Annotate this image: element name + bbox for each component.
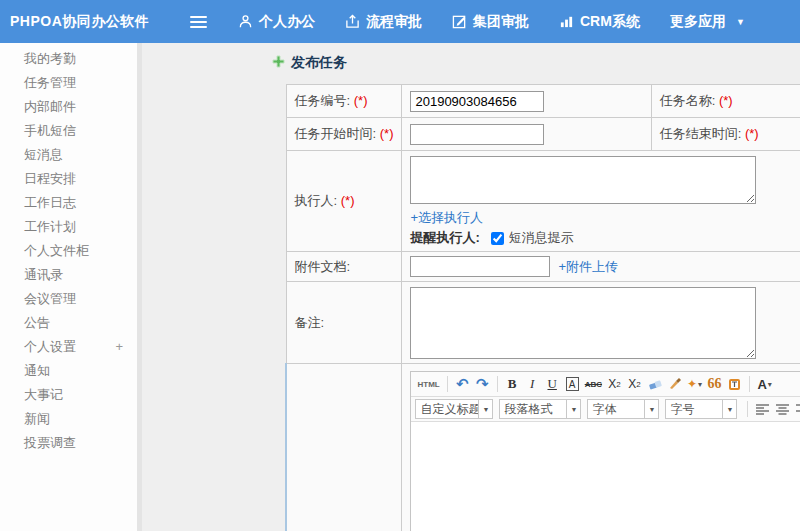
table-row: 任务编号: (*) 任务名称: (*)	[286, 85, 800, 118]
sidebar-item-short-message[interactable]: 短消息	[0, 143, 137, 167]
remark-textarea[interactable]	[410, 287, 756, 359]
redo-icon[interactable]: ↷	[473, 374, 492, 394]
sidebar-item-meeting-management[interactable]: 会议管理	[0, 287, 137, 311]
strikethrough-button[interactable]: ABC	[583, 374, 604, 394]
task-name-label: 任务名称: (*)	[651, 85, 800, 118]
editor-toolbar-row2: 自定义标题▼ 段落格式▼ 字体▼ 字号▼	[411, 397, 800, 422]
expand-icon[interactable]: +	[115, 335, 123, 359]
custom-heading-select[interactable]: 自定义标题▼	[415, 399, 493, 419]
eraser-icon[interactable]	[645, 374, 664, 394]
brush-icon[interactable]	[665, 374, 684, 394]
sidebar-item-task-management[interactable]: 任务管理	[0, 71, 137, 95]
nav-crm-system[interactable]: CRM系统	[559, 13, 640, 31]
italic-button[interactable]: I	[523, 374, 542, 394]
sms-remind-label: 短消息提示	[509, 229, 574, 247]
chevron-down-icon: ▼	[723, 399, 737, 419]
choose-executor-link[interactable]: +选择执行人	[410, 209, 483, 227]
executor-label: 执行人: (*)	[286, 151, 402, 252]
rich-text-editor: HTML ↶ ↷ B I U A ABC X2 X2	[410, 371, 800, 531]
main-content: 发布任务 任务编号: (*) 任务名称: (*) 任务开始时间: (*)	[142, 43, 800, 531]
remark-label: 备注:	[286, 282, 402, 364]
page-title: 发布任务	[272, 54, 347, 72]
end-time-label: 任务结束时间: (*)	[651, 118, 800, 151]
process-approval-icon	[345, 14, 360, 29]
description-label: 任务描述: (*)	[286, 364, 402, 531]
magic-wand-icon[interactable]: ✦▾	[685, 374, 704, 394]
sidebar-item-schedule[interactable]: 日程安排	[0, 167, 137, 191]
remark-cell	[402, 282, 800, 364]
sidebar: 个人桌面 个人办公 − 我的考勤 任务管理 内部邮件 手机短信 短消息 日程安排…	[0, 43, 137, 531]
undo-icon[interactable]: ↶	[453, 374, 472, 394]
top-navbar: PHPOA协同办公软件 个人办公 流程审批 集团审批 CRM系统	[0, 0, 800, 43]
user-icon	[238, 14, 253, 29]
font-family-select[interactable]: 字体▼	[587, 399, 659, 419]
bold-button[interactable]: B	[503, 374, 522, 394]
paragraph-format-select[interactable]: 段落格式▼	[499, 399, 581, 419]
sidebar-item-announcement[interactable]: 公告	[0, 311, 137, 335]
add-plus-icon	[272, 55, 285, 71]
table-row: 执行人: (*) +选择执行人 提醒执行人: 短消息提示	[286, 151, 800, 252]
app-logo: PHPOA协同办公软件	[10, 0, 149, 43]
executor-textarea[interactable]	[410, 156, 756, 204]
border-text-button[interactable]: A	[563, 374, 582, 394]
sidebar-item-mobile-sms[interactable]: 手机短信	[0, 119, 137, 143]
nav-group-approval[interactable]: 集团审批	[452, 13, 529, 31]
sidebar-item-my-attendance[interactable]: 我的考勤	[0, 47, 137, 71]
publish-task-form: 任务编号: (*) 任务名称: (*) 任务开始时间: (*) 任务结束时间: …	[285, 84, 800, 531]
task-no-input[interactable]	[410, 91, 544, 112]
superscript-button[interactable]: X2	[605, 374, 624, 394]
bar-chart-icon	[559, 14, 574, 29]
editor-toolbar-row1: HTML ↶ ↷ B I U A ABC X2 X2	[411, 372, 800, 397]
sidebar-item-major-events[interactable]: 大事记	[0, 383, 137, 407]
nav-personal-office[interactable]: 个人办公	[238, 13, 315, 31]
font-size-select[interactable]: 字号▼	[665, 399, 737, 419]
sidebar-item-contacts[interactable]: 通讯录	[0, 263, 137, 287]
underline-button[interactable]: U	[543, 374, 562, 394]
attachment-input[interactable]	[410, 256, 550, 277]
chevron-down-icon: ▼	[645, 399, 659, 419]
start-time-label: 任务开始时间: (*)	[286, 118, 402, 151]
start-time-cell	[402, 118, 651, 151]
caret-down-icon: ▼	[736, 17, 745, 27]
attachment-upload-link[interactable]: +附件上传	[558, 258, 618, 276]
chevron-down-icon: ▼	[479, 399, 493, 419]
main-nav: 个人办公 流程审批 集团审批 CRM系统 更多应用 ▼	[238, 0, 745, 43]
align-center-icon[interactable]	[773, 399, 792, 419]
subscript-button[interactable]: X2	[625, 374, 644, 394]
table-row: 附件文档: +附件上传	[286, 252, 800, 282]
table-row: 任务开始时间: (*) 任务结束时间: (*)	[286, 118, 800, 151]
task-no-cell	[402, 85, 651, 118]
start-time-input[interactable]	[410, 124, 544, 145]
description-cell: HTML ↶ ↷ B I U A ABC X2 X2	[402, 364, 800, 531]
align-left-icon[interactable]	[753, 399, 772, 419]
nav-process-approval[interactable]: 流程审批	[345, 13, 422, 31]
html-source-button[interactable]: HTML	[415, 374, 441, 394]
editor-content-area[interactable]	[411, 422, 800, 531]
table-row: 任务描述: (*) HTML ↶ ↷ B I U A ABC	[286, 364, 800, 531]
align-right-icon[interactable]	[793, 399, 800, 419]
sidebar-item-work-log[interactable]: 工作日志	[0, 191, 137, 215]
attachment-label: 附件文档:	[286, 252, 402, 282]
sidebar-item-vote-survey[interactable]: 投票调查	[0, 431, 137, 455]
sms-remind-checkbox[interactable]	[491, 232, 504, 245]
font-color-button[interactable]: A▾	[755, 374, 774, 394]
edit-square-icon	[452, 14, 467, 29]
sidebar-item-internal-mail[interactable]: 内部邮件	[0, 95, 137, 119]
paste-icon[interactable]	[725, 374, 744, 394]
sidebar-item-personal-settings[interactable]: 个人设置 +	[0, 335, 137, 359]
remind-executor-label: 提醒执行人:	[410, 229, 479, 247]
sidebar-item-news[interactable]: 新闻	[0, 407, 137, 431]
hamburger-menu-icon[interactable]	[190, 13, 210, 29]
task-no-label: 任务编号: (*)	[286, 85, 402, 118]
nav-more-apps[interactable]: 更多应用 ▼	[670, 13, 745, 31]
blockquote-button[interactable]: 66	[705, 374, 724, 394]
table-row: 备注:	[286, 282, 800, 364]
sidebar-item-work-plan[interactable]: 工作计划	[0, 215, 137, 239]
chevron-down-icon: ▼	[567, 399, 581, 419]
sidebar-item-notice[interactable]: 通知	[0, 359, 137, 383]
executor-cell: +选择执行人 提醒执行人: 短消息提示	[402, 151, 800, 252]
attachment-cell: +附件上传	[402, 252, 800, 282]
sidebar-item-personal-file-cabinet[interactable]: 个人文件柜	[0, 239, 137, 263]
